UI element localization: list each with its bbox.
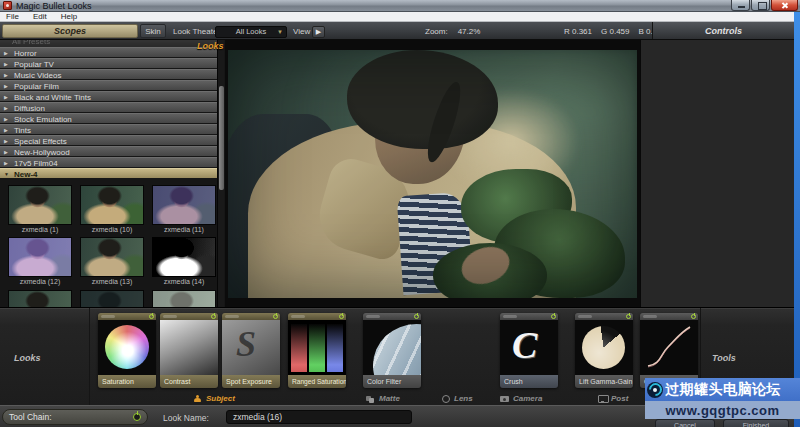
category-row-horror[interactable]: ▶Horror [0, 47, 217, 57]
play-button[interactable]: ▶ [312, 26, 325, 38]
tool-tile-ranged-saturation[interactable]: Ranged Saturation [288, 313, 346, 388]
expand-arrow-icon: ▶ [4, 83, 8, 89]
tool-chain-toggle[interactable]: Tool Chain: [2, 409, 148, 425]
look-thumbnail[interactable]: zxmedia (12) [8, 237, 72, 285]
looks-filter-dropdown[interactable]: All Looks ▼ [215, 26, 287, 38]
category-row-special-effects[interactable]: ▶Special Effects [0, 135, 217, 145]
category-row-stock-emulation[interactable]: ▶Stock Emulation [0, 113, 217, 123]
magic-bullet-looks-window: Magic Bullet Looks File Edit Help Scopes… [0, 0, 800, 427]
category-row-music-videos[interactable]: ▶Music Videos [0, 69, 217, 79]
menu-bar: File Edit Help [0, 12, 800, 22]
finished-button[interactable]: Finished [723, 419, 789, 427]
expand-arrow-icon: ▶ [4, 72, 8, 78]
expand-arrow-icon: ▶ [4, 50, 8, 56]
scopes-button[interactable]: Scopes [2, 24, 138, 38]
expand-arrow-icon: ▶ [4, 105, 8, 111]
expand-arrow-icon: ▶ [4, 116, 8, 122]
look-thumbnail[interactable] [152, 290, 216, 307]
power-icon[interactable] [149, 314, 154, 319]
expand-arrow-icon: ▶ [4, 127, 8, 133]
looks-browser-panel: All Presets Looks ▶Horror ▶Popular TV ▶M… [0, 40, 225, 307]
look-thumbnail[interactable]: zxmedia (1) [8, 185, 72, 233]
looks-panel-header: Looks [197, 41, 224, 51]
expand-arrow-icon: ▶ [4, 61, 8, 67]
zoom-value: 47.2% [458, 27, 481, 36]
look-preview-image [8, 185, 72, 225]
window-edge [794, 12, 800, 427]
power-icon[interactable] [626, 314, 631, 319]
tool-tile-lift-gamma-gain[interactable]: Lift Gamma-Gain [575, 313, 633, 388]
look-name-label: Look Name: [163, 413, 209, 423]
power-icon[interactable] [691, 314, 696, 319]
category-row-diffusion[interactable]: ▶Diffusion [0, 102, 217, 112]
power-icon[interactable] [273, 314, 278, 319]
category-row-new-hollywood[interactable]: ▶New-Hollywood [0, 146, 217, 156]
title-bar: Magic Bullet Looks [0, 0, 800, 12]
look-preview-image [152, 185, 216, 225]
post-icon [598, 395, 607, 403]
look-thumbnail[interactable] [80, 290, 144, 307]
look-thumbnail[interactable] [8, 290, 72, 307]
rgb-r-value: R 0.361 [564, 27, 592, 36]
skin-button[interactable]: Skin [140, 24, 166, 38]
crush-icon: C [512, 326, 537, 364]
category-row-black-and-white-tints[interactable]: ▶Black and White Tints [0, 91, 217, 101]
look-theater-label: Look Theater [173, 27, 220, 36]
curve-icon [645, 324, 693, 370]
tool-tile-spot-exposure[interactable]: S Spot Exposure [222, 313, 280, 388]
look-preview-image [80, 185, 144, 225]
section-camera: Camera [500, 394, 542, 403]
look-thumbnail[interactable]: zxmedia (14) [152, 237, 216, 285]
menu-file[interactable]: File [6, 12, 19, 22]
tool-tile-saturation[interactable]: Saturation [98, 313, 156, 388]
controls-tab[interactable]: Controls [652, 22, 794, 39]
category-row-new-4-selected[interactable]: ▼New-4 [0, 168, 217, 178]
section-lens: Lens [441, 394, 473, 403]
matte-icon [366, 395, 375, 403]
tool-tile-color-filter[interactable]: Color Filter [363, 313, 421, 388]
category-row-17v5-film04[interactable]: ▶17v5 Film04 [0, 157, 217, 167]
controls-panel-collapsed [640, 40, 794, 307]
view-label: View [293, 27, 310, 36]
expand-arrow-icon: ▶ [4, 94, 8, 100]
power-icon[interactable] [414, 314, 419, 319]
look-preview-image [8, 237, 72, 277]
viewer-photo [228, 50, 637, 298]
app-icon [3, 1, 12, 10]
scrollbar-thumb[interactable] [219, 86, 224, 190]
minimize-button[interactable] [731, 0, 750, 11]
cancel-button[interactable]: Cancel [655, 419, 715, 427]
watermark-logo-icon [647, 382, 663, 398]
collapse-arrow-icon: ▼ [4, 171, 9, 177]
scrollbar-track[interactable] [217, 40, 224, 307]
power-icon[interactable] [551, 314, 556, 319]
maximize-button[interactable] [751, 0, 770, 11]
power-icon[interactable] [211, 314, 216, 319]
watermark-url: www.gqgtpc.com [665, 403, 779, 418]
looks-drawer-tab[interactable]: Looks [14, 353, 41, 363]
look-thumbnail[interactable]: zxmedia (11) [152, 185, 216, 233]
expand-arrow-icon: ▶ [4, 160, 8, 166]
category-row-clipped[interactable]: All Presets [0, 40, 217, 47]
category-row-tints[interactable]: ▶Tints [0, 124, 217, 134]
tool-tile-contrast[interactable]: Contrast [160, 313, 218, 388]
watermark-text: 过期罐头电脑论坛 [665, 381, 781, 399]
close-button[interactable] [771, 0, 798, 11]
camera-icon [500, 395, 509, 403]
category-row-popular-film[interactable]: ▶Popular Film [0, 80, 217, 90]
look-thumbnail[interactable]: zxmedia (13) [80, 237, 144, 285]
power-icon[interactable] [339, 314, 344, 319]
lens-icon [441, 395, 450, 403]
look-preview-image [152, 237, 216, 277]
person-icon [193, 395, 202, 403]
category-row-popular-tv[interactable]: ▶Popular TV [0, 58, 217, 68]
power-icon[interactable] [133, 413, 141, 421]
tool-tile-crush[interactable]: C Crush [500, 313, 558, 388]
look-preview-image [80, 290, 144, 307]
menu-help[interactable]: Help [61, 12, 77, 22]
tool-tile-curves[interactable]: Curves [640, 313, 698, 388]
tools-drawer-tab[interactable]: Tools [712, 353, 736, 363]
menu-edit[interactable]: Edit [33, 12, 47, 22]
look-name-input[interactable]: zxmedia (16) [226, 410, 412, 424]
look-thumbnail[interactable]: zxmedia (10) [80, 185, 144, 233]
